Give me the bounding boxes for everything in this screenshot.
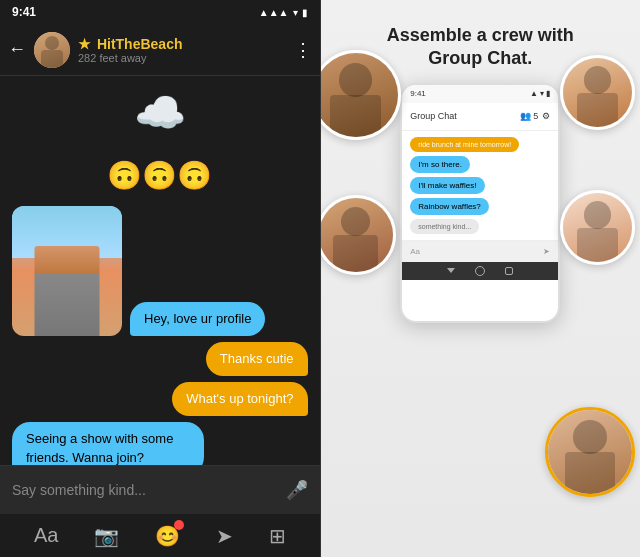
grid-button[interactable]: ⊞ — [269, 524, 286, 548]
wifi-icon: ▾ — [293, 7, 298, 18]
phone-recents-nav — [505, 267, 513, 275]
phone-bubble-2: I'm so there. — [410, 156, 470, 173]
avatar-top-right — [560, 55, 635, 130]
star-icon: ★ — [78, 36, 91, 52]
header-info: ★ HitTheBeach 282 feet away — [78, 36, 294, 64]
avatar-face-4 — [563, 193, 632, 262]
bottom-toolbar: Aa 📷 😊 ➤ ⊞ — [0, 513, 320, 557]
notification-badge — [174, 520, 184, 530]
bubble-sent-1: Thanks cutie — [206, 342, 308, 376]
status-time: 9:41 — [12, 5, 36, 19]
avatar-top-left — [321, 50, 401, 140]
phone-input-placeholder: Aa — [410, 247, 420, 256]
cloud-icon: ☁️ — [134, 92, 186, 134]
camera-container: 📷 — [94, 524, 119, 548]
mic-button[interactable]: 🎤 — [286, 479, 308, 501]
promo-panel: Assemble a crew with Group Chat. — [321, 0, 641, 557]
phone-bubble-1: ride brunch at mine tomorrow! — [410, 137, 519, 152]
phone-send-icon: ➤ — [543, 247, 550, 256]
chat-body: ☁️ 🙃🙃🙃 Hey, love ur profile Thanks cutie… — [0, 76, 320, 465]
chat-screen: 9:41 ▲▲▲ ▾ ▮ ← ★ HitTheBeach 282 feet aw… — [0, 0, 320, 557]
phone-home-nav — [475, 266, 485, 276]
phone-mockup: 9:41 ▲ ▾ ▮ Group Chat 👥 5 ⚙ ride brunch … — [400, 83, 560, 323]
phone-bubble-5: something kind... — [410, 219, 479, 234]
header-distance: 282 feet away — [78, 52, 294, 64]
back-button[interactable]: ← — [8, 39, 26, 60]
phone-status-icons: ▲ ▾ ▮ — [530, 89, 550, 98]
phone-header-icons: 👥 5 ⚙ — [520, 111, 551, 121]
message-row-2: Thanks cutie — [12, 342, 308, 376]
phone-status-bar: 9:41 ▲ ▾ ▮ — [402, 85, 558, 103]
phone-people-count: 👥 5 — [520, 111, 539, 121]
send-button[interactable]: ➤ — [216, 524, 233, 548]
emoji-container: 😊 — [155, 524, 180, 548]
aa-button[interactable]: Aa — [34, 524, 58, 547]
phone-mockup-container: 9:41 ▲ ▾ ▮ Group Chat 👥 5 ⚙ ride brunch … — [390, 83, 570, 323]
status-icons: ▲▲▲ ▾ ▮ — [259, 7, 308, 18]
chat-input-area: Say something kind... 🎤 — [0, 465, 320, 513]
menu-button[interactable]: ⋮ — [294, 39, 312, 61]
phone-bubble-3: I'll make waffles! — [410, 177, 484, 194]
phone-settings-icon: ⚙ — [542, 111, 550, 121]
avatar-face-1 — [321, 53, 398, 137]
message-row-3: What's up tonight? — [12, 382, 308, 416]
phone-navigation — [402, 262, 558, 280]
phone-bubble-4: Rainbow waffles? — [410, 198, 489, 215]
phone-group-label: Group Chat — [410, 111, 457, 121]
message-row-1: Hey, love ur profile — [12, 206, 308, 336]
battery-icon: ▮ — [302, 7, 308, 18]
phone-back-nav — [447, 268, 455, 273]
photo-message — [12, 206, 122, 336]
phone-status-time: 9:41 — [410, 89, 426, 98]
avatar-face-2 — [563, 58, 632, 127]
avatar-bottom-right — [545, 407, 635, 497]
message-row-4: Seeing a show with some friends. Wanna j… — [12, 422, 308, 465]
bubble-received-2: Seeing a show with some friends. Wanna j… — [12, 422, 204, 465]
avatar-mid-right — [560, 190, 635, 265]
chat-header: ← ★ HitTheBeach 282 feet away ⋮ — [0, 24, 320, 76]
signal-icon: ▲▲▲ — [259, 7, 289, 18]
avatar-face-5 — [548, 410, 632, 494]
sticker: ☁️ 🙃🙃🙃 — [100, 92, 220, 192]
message-input[interactable]: Say something kind... — [12, 482, 278, 498]
promo-title: Assemble a crew with Group Chat. — [367, 24, 594, 71]
header-username: ★ HitTheBeach — [78, 36, 294, 52]
camera-button[interactable]: 📷 — [94, 525, 119, 547]
avatar-face-3 — [321, 198, 393, 272]
figures-icon: 🙃🙃🙃 — [100, 159, 220, 192]
status-bar: 9:41 ▲▲▲ ▾ ▮ — [0, 0, 320, 24]
avatar-mid-left — [321, 195, 396, 275]
sticker-message: ☁️ 🙃🙃🙃 — [12, 92, 308, 192]
phone-input-area: Aa ➤ — [402, 240, 558, 262]
phone-chat-body: ride brunch at mine tomorrow! I'm so the… — [402, 131, 558, 240]
bubble-sent-2: What's up tonight? — [172, 382, 307, 416]
phone-chat-header: Group Chat 👥 5 ⚙ — [402, 103, 558, 131]
avatar — [34, 32, 70, 68]
bubble-received-1: Hey, love ur profile — [130, 302, 265, 336]
